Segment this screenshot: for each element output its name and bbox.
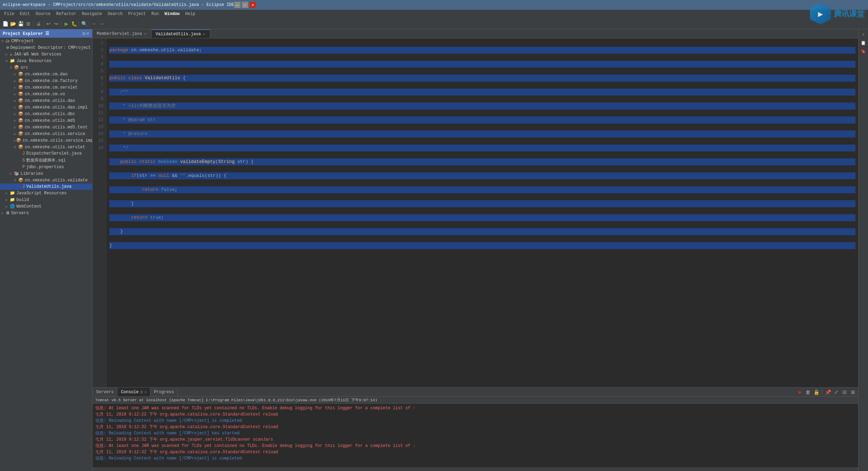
toolbar-search[interactable]: 🔍 — [80, 20, 88, 28]
sidebar-item-pkg-utils-md5[interactable]: ▷ 📦 cn.xmkeshe.utils.md5 — [0, 117, 92, 124]
menu-run[interactable]: Run — [149, 11, 162, 17]
console-pin-btn[interactable]: 📌 — [824, 388, 832, 396]
sidebar-item-java-resources[interactable]: ▽ 📁 Java Resources — [0, 58, 92, 64]
sidebar-item-pkg-utils-md5-test[interactable]: ▷ 📦 cn.xmkeshe.utils.md5.test — [0, 124, 92, 130]
sidebar-item-js-resources[interactable]: ▷ 📁 JavaScript Resources — [0, 190, 92, 196]
sidebar-item-pkg-servlet[interactable]: ▷ 📦 cn.xmkeshe.cm.servlet — [0, 84, 92, 91]
sidebar-item-jdbc-props[interactable]: P jdbc.properties — [0, 164, 92, 170]
console-expand-btn[interactable]: ⤢ — [832, 388, 840, 396]
toolbar-undo[interactable]: ↩ — [45, 20, 52, 28]
sidebar-item-src[interactable]: ▽ 📦 src — [0, 64, 92, 71]
toolbar-save-all[interactable]: ⊞ — [24, 20, 32, 28]
code-content[interactable]: package cn.xmkeshe.utils.validate; publi… — [106, 38, 858, 387]
toolbar-back[interactable]: ← — [90, 20, 98, 28]
sidebar-item-cmproject[interactable]: ▽ 🗂 CMProject — [0, 38, 92, 44]
bottom-tab-console[interactable]: Console ☰ ✕ — [117, 388, 150, 396]
console-sep — [822, 389, 822, 395]
sidebar-item-pkg-utils-service[interactable]: ▷ 📦 cn.xmkeshe.utils.service — [0, 130, 92, 137]
menu-navigate[interactable]: Navigate — [79, 11, 105, 17]
sidebar-item-build[interactable]: ▷ 📁 build — [0, 196, 92, 203]
package-icon-utils-dao: 📦 — [18, 98, 23, 103]
sidebar-item-libraries[interactable]: ▷ 📚 Libraries — [0, 170, 92, 177]
tab-close-member-servlet[interactable]: ✕ — [144, 32, 147, 36]
console-scrollbar-track[interactable] — [93, 469, 858, 471]
sidebar-item-jaxws[interactable]: ▷ ☕ JAX-WS Web Services — [0, 51, 92, 58]
toolbar-redo[interactable]: ↪ — [52, 20, 60, 28]
tab-member-servlet[interactable]: MemberServlet.java ✕ — [93, 29, 152, 38]
sidebar-collapse-btn[interactable]: ⊟ — [82, 31, 86, 36]
right-icon-outline[interactable]: ≡ — [860, 31, 867, 38]
bottom-panel: Servers Console ☰ ✕ Progress ■ 🗑 🔒 — [93, 387, 858, 471]
sidebar-label-pkg-utils-servlet: cn.xmkeshe.utils.servlet — [25, 145, 85, 150]
menu-edit[interactable]: Edit — [17, 11, 33, 17]
console-minimize-btn[interactable]: ⊟ — [841, 388, 848, 396]
package-icon-utils-dbc: 📦 — [18, 111, 23, 117]
sidebar-item-pkg-utils-dao-impl[interactable]: ▷ 📦 cn.xmkeshe.utils.dao.impl — [0, 104, 92, 111]
expand-arrow-pkg-vo: ▷ — [14, 92, 18, 96]
sidebar-label-deployment: Deployment Descriptor: CMProject — [10, 45, 91, 50]
console-maximize-btn[interactable]: ⊞ — [849, 388, 857, 396]
sidebar-item-pkg-utils-service-impl[interactable]: ▷ 📦 cn.xmkeshe.utils.service.impl — [0, 137, 92, 144]
close-button[interactable]: ✕ — [250, 2, 256, 8]
right-icon-bookmarks[interactable]: 🔖 — [860, 47, 867, 55]
toolbar-run[interactable]: ▶ — [62, 20, 70, 28]
expand-arrow-js-resources: ▷ — [6, 191, 10, 195]
sidebar-item-sql-script[interactable]: S 数据库创建脚本.sql — [0, 157, 92, 164]
toolbar-save[interactable]: 💾 — [17, 20, 24, 28]
menu-refactor[interactable]: Refactor — [53, 11, 79, 17]
sidebar-item-deployment[interactable]: ⚙ Deployment Descriptor: CMProject — [0, 44, 92, 51]
sidebar-label-pkg-servlet: cn.xmkeshe.cm.servlet — [25, 85, 78, 90]
sidebar-item-dispatcher-servlet[interactable]: J DispatcherServlet.java — [0, 150, 92, 157]
sidebar-item-pkg-utils-servlet[interactable]: ▽ 📦 cn.xmkeshe.utils.servlet — [0, 144, 92, 150]
editor-area: MemberServlet.java ✕ ValidateUtils.java … — [93, 29, 858, 387]
tab-close-validate-utils[interactable]: ✕ — [202, 32, 206, 36]
sidebar-item-webcontent[interactable]: ▷ 🌐 WebContent — [0, 203, 92, 210]
code-editor[interactable]: 12345 678910 1112131415 16 package cn.xm… — [93, 38, 858, 387]
toolbar-forward[interactable]: → — [98, 20, 106, 28]
sidebar-label-cmproject: CMProject — [11, 39, 34, 44]
menu-search[interactable]: Search — [105, 11, 125, 17]
bottom-tab-console-menu[interactable]: ☰ — [140, 390, 143, 394]
title-text: eclipse-workspace - CMProject/src/cn/xmk… — [3, 2, 234, 7]
tab-validate-utils[interactable]: ValidateUtils.java ✕ — [152, 29, 211, 38]
menu-source[interactable]: Source — [33, 11, 53, 17]
toolbar-new[interactable]: 📄 — [1, 20, 9, 28]
console-text-4: 七月 11, 2019 9:12:32 下午 org.apache.catali… — [95, 424, 278, 430]
sidebar-item-servers[interactable]: ▷ 🖥 Servers — [0, 210, 92, 216]
toolbar-open[interactable]: 📂 — [9, 20, 17, 28]
console-text-7: 信息: At least one JAR was scanned for TLD… — [95, 443, 415, 449]
sidebar-item-pkg-utils-dbc[interactable]: ▷ 📦 cn.xmkeshe.utils.dbc — [0, 111, 92, 117]
toolbar-separator-4 — [79, 21, 79, 27]
bottom-tab-servers[interactable]: Servers — [93, 388, 117, 396]
expand-arrow-webcontent: ▷ — [6, 204, 10, 209]
console-scroll-lock-btn[interactable]: 🔒 — [812, 388, 820, 396]
menu-help[interactable]: Help — [183, 11, 198, 17]
console-line-9: 信息: Reloading Context with name [/CMProj… — [95, 455, 855, 462]
sidebar-item-pkg-dao[interactable]: ▷ 📦 cn.xmkeshe.cm.dao — [0, 71, 92, 77]
console-toolbar-buttons: ■ 🗑 🔒 📌 ⤢ ⊟ ⊞ — [794, 388, 858, 396]
toolbar-debug[interactable]: 🐛 — [70, 20, 78, 28]
sidebar-item-pkg-validate[interactable]: ▽ 📦 cn.xmkeshe.utils.validate — [0, 177, 92, 184]
console-stop-btn[interactable]: ■ — [796, 388, 803, 396]
sidebar-item-pkg-vo[interactable]: ▷ 📦 cn.xmkeshe.cm.vo — [0, 91, 92, 97]
menu-file[interactable]: File — [1, 11, 17, 17]
sidebar-label-pkg-dao: cn.xmkeshe.cm.dao — [25, 72, 67, 77]
sidebar-item-pkg-factory[interactable]: ▷ 📦 cn.xmkeshe.cm.factory — [0, 77, 92, 84]
package-icon-vo: 📦 — [18, 91, 23, 97]
sidebar-label-pkg-validate: cn.xmkeshe.utils.validate — [25, 178, 88, 183]
bottom-tab-console-close[interactable]: ✕ — [145, 390, 147, 394]
minimize-button[interactable]: — — [234, 2, 241, 8]
sidebar-item-pkg-utils-dao[interactable]: ▷ 📦 cn.xmkeshe.utils.dao — [0, 97, 92, 104]
menu-project[interactable]: Project — [125, 11, 148, 17]
console-content[interactable]: 信息: At least one JAR was scanned for TLD… — [93, 404, 858, 468]
bottom-tab-progress[interactable]: Progress — [150, 388, 178, 396]
console-clear-btn[interactable]: 🗑 — [804, 388, 812, 396]
maximize-button[interactable]: □ — [242, 2, 248, 8]
sidebar-tree[interactable]: ▽ 🗂 CMProject ⚙ Deployment Descriptor: C… — [0, 38, 92, 471]
sidebar-menu-btn[interactable]: ✕ — [86, 31, 89, 36]
sidebar-title: Project Explorer ☰ — [3, 31, 49, 36]
toolbar-print[interactable]: 🖨 — [35, 20, 42, 28]
right-icon-tasks[interactable]: 📋 — [860, 39, 867, 47]
menu-window[interactable]: Window — [162, 11, 182, 17]
sidebar-item-validate-utils[interactable]: J ValidateUtils.java — [0, 184, 92, 190]
